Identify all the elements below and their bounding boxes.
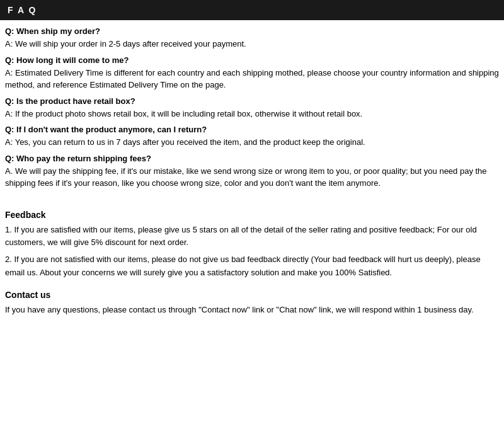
question-2: Q: How long it will come to me?	[5, 55, 499, 65]
answer-4: A: Yes, you can return to us in 7 days a…	[5, 136, 499, 149]
faq-header: F A Q	[0, 0, 504, 20]
question-5: Q: Who pay the return shipping fees?	[5, 154, 499, 163]
content-area: Q: When ship my order? A: We will ship y…	[0, 26, 504, 316]
answer-2: A: Estimated Delivery Time is different …	[5, 67, 499, 91]
qa-item-4: Q: If I don't want the product anymore, …	[5, 125, 499, 149]
divider-1	[5, 195, 499, 200]
question-1: Q: When ship my order?	[5, 26, 499, 36]
question-3: Q: Is the product have retail box?	[5, 96, 499, 106]
qa-item-3: Q: Is the product have retail box? A: If…	[5, 96, 499, 120]
feedback-item-2: 2. If you are not satisfied with our ite…	[5, 253, 499, 280]
contact-title: Contact us	[5, 290, 499, 300]
qa-item-5: Q: Who pay the return shipping fees? A. …	[5, 154, 499, 190]
answer-3: A: If the product photo shows retail box…	[5, 108, 499, 120]
answer-1: A: We will ship your order in 2-5 days a…	[5, 38, 499, 50]
contact-text: If you have any questions, please contac…	[5, 304, 499, 317]
qa-item-1: Q: When ship my order? A: We will ship y…	[5, 26, 499, 50]
question-4: Q: If I don't want the product anymore, …	[5, 125, 499, 134]
qa-item-2: Q: How long it will come to me? A: Estim…	[5, 55, 499, 91]
contact-section: Contact us If you have any questions, pl…	[5, 290, 499, 317]
feedback-item-1: 1. If you are satisfied with our items, …	[5, 224, 499, 250]
feedback-title: Feedback	[5, 210, 499, 220]
answer-5: A. We will pay the shipping fee, if it's…	[5, 165, 499, 190]
feedback-section: Feedback 1. If you are satisfied with ou…	[5, 210, 499, 280]
faq-section: Q: When ship my order? A: We will ship y…	[5, 26, 499, 190]
header-title: F A Q	[8, 5, 37, 15]
